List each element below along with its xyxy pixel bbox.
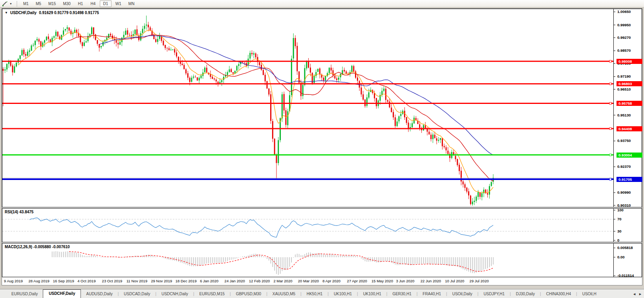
tab-usoil-daily[interactable]: USOil,Daily bbox=[447, 290, 478, 298]
timeframe-button-h4[interactable]: H4 bbox=[87, 0, 99, 7]
timeframe-button-m1[interactable]: M1 bbox=[20, 0, 32, 7]
date-label: 24 Jan 2020 bbox=[225, 279, 245, 283]
macd-tick-label: 0.00 bbox=[617, 255, 642, 260]
price-tick-label: 0.98570 bbox=[617, 48, 642, 53]
tab-usdcnh-daily[interactable]: USDCNH,Daily bbox=[156, 290, 193, 298]
timeframe-toolbar: ▼ M1M5M15M30H1H4D1W1MN bbox=[0, 0, 644, 7]
date-label: 28 Aug 2019 bbox=[28, 279, 49, 283]
price-tick-label: 0.92370 bbox=[617, 164, 642, 169]
rsi-tick-label: 100 bbox=[617, 208, 642, 213]
price-tick-label: 0.90990 bbox=[617, 190, 642, 195]
tab-eurusd-daily[interactable]: EURUSD,Daily bbox=[6, 290, 43, 298]
tab-xauusd-m5[interactable]: XAUUSD,M5 bbox=[267, 290, 300, 298]
price-tick-label: 0.99950 bbox=[617, 23, 642, 27]
macd-tick-label: 0.005818 bbox=[617, 245, 642, 250]
tab-scroll-left-icon[interactable]: ◄ bbox=[631, 292, 637, 296]
tab-uk100-h1[interactable]: UK100,H1 bbox=[329, 290, 357, 298]
rsi-tick-label: 70 bbox=[617, 217, 642, 222]
date-label: 16 Sep 2019 bbox=[53, 279, 74, 283]
date-label: 20 Mar 2020 bbox=[298, 279, 319, 283]
chart-title-symbol: USDCHF,Daily bbox=[10, 11, 37, 15]
date-label: 11 Nov 2019 bbox=[126, 279, 147, 283]
price-tick-label: 1.00650 bbox=[617, 9, 642, 14]
tab-dj30-daily[interactable]: DJ30,Daily bbox=[511, 290, 540, 298]
tab-hk50-h1[interactable]: HK50,H1 bbox=[302, 290, 328, 298]
timeframe-button-m30[interactable]: M30 bbox=[60, 0, 73, 7]
date-label: 15 May 2020 bbox=[371, 279, 393, 283]
timeframe-button-w1[interactable]: W1 bbox=[112, 0, 124, 7]
chart-tab-bar: EURUSD,DailyUSDCHF,DailyAUDUSD,Daily|USD… bbox=[0, 289, 644, 298]
date-label: 2 Mar 2020 bbox=[273, 279, 292, 283]
chart-tabs: EURUSD,DailyUSDCHF,DailyAUDUSD,Daily|USD… bbox=[6, 289, 602, 298]
price-line-label: 0.98008 bbox=[617, 59, 642, 64]
date-label: 9 Aug 2019 bbox=[4, 279, 23, 283]
chart-title-ohlc: 0.91629 0.91779 0.91498 0.91775 bbox=[39, 11, 99, 15]
price-tick-label: 0.93750 bbox=[617, 138, 642, 143]
price-tick-label: 0.99270 bbox=[617, 35, 642, 40]
date-label: 8 Apr 2020 bbox=[322, 279, 340, 283]
tab-china300-h4[interactable]: CHINA300,H4 bbox=[541, 290, 576, 298]
rsi-tick-label: 0 bbox=[617, 238, 642, 243]
date-label: 4 Oct 2019 bbox=[77, 279, 95, 283]
timeframe-button-mn[interactable]: MN bbox=[125, 0, 138, 7]
tab-usdchf-daily[interactable]: USDCHF,Daily bbox=[43, 289, 81, 298]
tab-ger30-h1[interactable]: GER30,H1 bbox=[387, 290, 416, 298]
tab-gbpusd-m30[interactable]: GBPUSD,M30 bbox=[231, 290, 266, 298]
price-line-label: 0.91705 bbox=[617, 177, 642, 182]
price-line-label: 0.94408 bbox=[617, 126, 642, 131]
price-tick-label: 0.96510 bbox=[617, 87, 642, 92]
date-label: 18 Dec 2019 bbox=[176, 279, 197, 283]
date-label: 6 Jan 2020 bbox=[200, 279, 218, 283]
tab-audusd-daily[interactable]: AUDUSD,Daily bbox=[81, 290, 117, 298]
price-line-label: 0.93004 bbox=[617, 153, 642, 158]
rsi-indicator-label: RSI(14) 43.8475 bbox=[5, 210, 33, 214]
date-label: 22 Jun 2020 bbox=[421, 279, 441, 283]
date-axis[interactable]: 9 Aug 201928 Aug 201916 Sep 20194 Oct 20… bbox=[2, 278, 642, 285]
date-label: 12 Feb 2020 bbox=[249, 279, 270, 283]
chevron-down-icon[interactable]: ▼ bbox=[9, 2, 12, 5]
chart-title: ▼ USDCHF,Daily 0.91629 0.91779 0.91498 0… bbox=[5, 11, 99, 15]
price-line-label: 0.95758 bbox=[617, 101, 642, 106]
price-tick-label: 0.95130 bbox=[617, 113, 642, 118]
date-label: 23 Oct 2019 bbox=[102, 279, 123, 283]
tab-eurusd-m15[interactable]: EURUSD,M15 bbox=[194, 290, 230, 298]
tab-usoil-h[interactable]: USOil,H bbox=[577, 290, 602, 298]
tab-uk100-h1[interactable]: UK100,H1 bbox=[358, 290, 386, 298]
timeframe-button-h1[interactable]: H1 bbox=[75, 0, 86, 7]
rsi-tick-label: 30 bbox=[617, 229, 642, 234]
chart-title-dropdown-icon[interactable]: ▼ bbox=[5, 11, 8, 15]
tab-usdcad-daily[interactable]: USDCAD,Daily bbox=[119, 290, 155, 298]
date-label: 29 Nov 2019 bbox=[151, 279, 172, 283]
rsi-panel[interactable] bbox=[2, 208, 642, 242]
tab-scroll-right-icon[interactable]: ► bbox=[637, 292, 643, 296]
timeframe-button-m5[interactable]: M5 bbox=[33, 0, 44, 7]
price-tick-label: 0.90310 bbox=[617, 203, 642, 208]
timeframe-buttons: M1M5M15M30H1H4D1W1MN bbox=[20, 0, 138, 7]
price-line-label: 0.96803 bbox=[617, 81, 642, 86]
draw-tool-button[interactable]: ▼ bbox=[1, 0, 13, 7]
timeframe-button-d1[interactable]: D1 bbox=[100, 0, 112, 7]
date-label: 10 Jul 2020 bbox=[445, 279, 464, 283]
price-tick-label: 0.97190 bbox=[617, 74, 642, 79]
macd-panel[interactable] bbox=[2, 243, 642, 277]
draw-tool-icon bbox=[2, 1, 8, 7]
date-label: 27 Apr 2020 bbox=[347, 279, 367, 283]
tab-usdjpy-h1[interactable]: USDJPY,H1 bbox=[478, 290, 510, 298]
main-chart-panel[interactable] bbox=[2, 9, 642, 207]
timeframe-button-m15[interactable]: M15 bbox=[45, 0, 59, 7]
toolbar-grip[interactable] bbox=[16, 1, 17, 6]
tab-fra40-h1[interactable]: FRA40,H1 bbox=[417, 290, 446, 298]
date-label: 3 Jun 2020 bbox=[396, 279, 414, 283]
macd-indicator-label: MACD(12,26,9) -0.005880 -0.007610 bbox=[5, 245, 70, 249]
date-label: 29 Jul 2020 bbox=[470, 279, 489, 283]
